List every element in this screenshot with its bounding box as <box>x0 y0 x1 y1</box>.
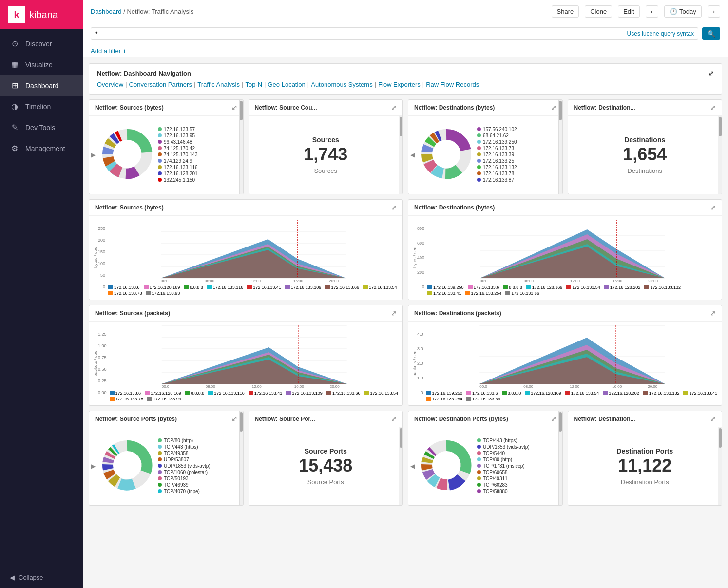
logo-area[interactable]: k kibana <box>0 0 83 29</box>
topbar-actions: Share Clone Edit ‹ 🕐 Today › <box>552 5 720 18</box>
panel-title-text: Netflow: Destinations (packets) <box>414 310 501 317</box>
panel-title-text: Netflow: Sources (bytes) <box>95 204 164 211</box>
sources-bytes-area-panel: Netflow: Sources (bytes) ⤢ bytes / sec 2… <box>89 199 403 300</box>
nav-link-autonomous[interactable]: Autonomous Systems <box>311 81 372 88</box>
expand-icon[interactable]: ⤢ <box>551 415 556 423</box>
expand-icon[interactable]: ⤢ <box>710 104 716 112</box>
expand-icon[interactable]: ⤢ <box>710 309 716 317</box>
y-ticks: 4.03.02.01.00 <box>417 332 423 395</box>
expand-icon[interactable]: ⤢ <box>231 415 237 423</box>
sidebar-item-visualize[interactable]: ▦ Visualize <box>0 54 83 75</box>
scroll-indicator[interactable] <box>239 100 243 194</box>
nav-panel-title: Netflow: Dashboard Navigation <box>97 70 191 77</box>
collapse-button[interactable]: ◀ Collapse <box>0 567 83 588</box>
scroll-indicator[interactable] <box>558 411 562 505</box>
donut-chart <box>100 127 154 183</box>
row2-grid: Netflow: Sources (bytes) ⤢ bytes / sec 2… <box>89 199 722 300</box>
nav-link-raw[interactable]: Raw Flow Records <box>426 81 479 88</box>
chart-legend: 172.16.139.250 172.16.133.6 8.8.8.8 172.… <box>427 285 718 296</box>
svg-text:16:00: 16:00 <box>613 279 623 283</box>
scroll-indicator[interactable] <box>399 427 402 505</box>
nav-left-icon[interactable]: ◀ <box>410 463 415 470</box>
donut-legend: TCP/443 (https) UDP/1853 (vids-avtp) TCP… <box>477 438 560 495</box>
svg-text:00:0: 00:0 <box>480 279 488 283</box>
panel-header: Netflow: Sources (bytes) ⤢ <box>89 200 402 216</box>
nav-link-geo[interactable]: Geo Location <box>268 81 305 88</box>
visualize-icon: ▦ <box>10 60 19 69</box>
share-button[interactable]: Share <box>552 5 579 18</box>
expand-icon[interactable]: ⤢ <box>231 104 237 112</box>
panel-title-text: Netflow: Source Cou... <box>255 104 317 111</box>
nav-link-topn[interactable]: Top-N <box>245 81 262 88</box>
expand-icon[interactable]: ⤢ <box>391 204 397 211</box>
nav-link-traffic[interactable]: Traffic Analysis <box>197 81 240 88</box>
area-chart-body: packets / sec 4.03.02.01.00 <box>408 322 722 405</box>
searchbar: Uses lucene query syntax 🔍 <box>83 23 728 44</box>
search-button[interactable]: 🔍 <box>702 27 720 40</box>
chevron-left-icon: ◀ <box>10 574 15 581</box>
edit-button[interactable]: Edit <box>618 5 639 18</box>
sidebar-item-discover[interactable]: ⊙ Discover <box>0 33 83 54</box>
clone-button[interactable]: Clone <box>585 5 612 18</box>
scroll-indicator[interactable] <box>239 411 243 505</box>
today-button[interactable]: 🕐 Today <box>664 5 702 18</box>
sidebar-item-management[interactable]: ⚙ Management <box>0 138 83 159</box>
panel-title: Netflow: Dashboard Navigation ⤢ <box>97 70 714 77</box>
nav-right-icon[interactable]: ▶ <box>91 152 96 158</box>
kibana-wordmark: kibana <box>29 9 58 20</box>
panel-header: Netflow: Destination Ports (bytes) ⤢ <box>408 411 562 427</box>
sidebar-item-label: Visualize <box>25 61 53 69</box>
nav-left-icon[interactable]: ◀ <box>410 152 415 158</box>
breadcrumb-link[interactable]: Dashboard <box>91 8 122 15</box>
search-input-wrap[interactable]: Uses lucene query syntax <box>91 27 698 40</box>
sidebar-item-timelion[interactable]: ◑ Timelion <box>0 96 83 117</box>
breadcrumb: Dashboard / Netflow: Traffic Analysis <box>91 8 194 15</box>
nav-link-overview[interactable]: Overview <box>97 81 123 88</box>
nav-link-conversation[interactable]: Conversation Partners <box>129 81 192 88</box>
svg-text:16:00: 16:00 <box>293 279 304 283</box>
expand-icon[interactable]: ⤢ <box>710 415 716 423</box>
source-ports-metric-panel: Netflow: Source Por... ⤢ Source Ports 15… <box>249 411 403 506</box>
sidebar-item-devtools[interactable]: ✎ Dev Tools <box>0 117 83 138</box>
y-ticks: 250200150100500 <box>98 226 105 289</box>
metric-sublabel: Source Ports <box>307 478 344 486</box>
next-time-button[interactable]: › <box>708 5 720 18</box>
panel-header: Netflow: Source Ports (bytes) ⤢ <box>89 411 243 427</box>
separator: | <box>125 81 127 88</box>
y-axis-label: packets / sec <box>412 351 417 377</box>
svg-text:12:00: 12:00 <box>251 279 261 283</box>
row3-grid: Netflow: Sources (packets) ⤢ packets / s… <box>89 305 722 406</box>
prev-time-button[interactable]: ‹ <box>646 5 658 18</box>
expand-icon[interactable]: ⤢ <box>709 70 714 77</box>
lucene-hint: Uses lucene query syntax <box>627 30 694 37</box>
destinations-packets-area-panel: Netflow: Destinations (packets) ⤢ packet… <box>408 305 722 406</box>
svg-text:00:0: 00:0 <box>479 384 487 389</box>
expand-icon[interactable]: ⤢ <box>551 104 556 112</box>
metric-sublabel: Destinations <box>627 167 662 174</box>
sidebar-item-label: Management <box>25 145 65 152</box>
expand-icon[interactable]: ⤢ <box>710 204 716 211</box>
expand-icon[interactable]: ⤢ <box>391 104 397 112</box>
expand-icon[interactable]: ⤢ <box>391 309 397 317</box>
scroll-indicator[interactable] <box>718 427 722 505</box>
metric-value: 1,743 <box>304 146 347 163</box>
nav-link-exporters[interactable]: Flow Exporters <box>378 81 421 88</box>
collapse-label: Collapse <box>19 574 43 581</box>
sidebar-item-label: Dashboard <box>25 82 59 90</box>
add-filter-link[interactable]: Add a filter + <box>91 47 126 55</box>
metric-value: 15,438 <box>299 457 352 474</box>
sidebar: k kibana ⊙ Discover ▦ Visualize ⊞ Dashbo… <box>0 0 83 588</box>
area-chart-body: bytes / sec 250200150100500 <box>89 216 402 300</box>
scroll-indicator[interactable] <box>558 100 562 194</box>
sidebar-item-dashboard[interactable]: ⊞ Dashboard <box>0 75 83 96</box>
chart-legend: 172.16.133.6 172.16.128.169 8.8.8.8 172.… <box>110 391 399 401</box>
separator: | <box>422 81 424 88</box>
search-input[interactable] <box>95 30 627 38</box>
nav-right-icon[interactable]: ▶ <box>91 463 96 470</box>
svg-point-3 <box>433 140 460 168</box>
scroll-indicator[interactable] <box>399 116 402 194</box>
scroll-indicator[interactable] <box>718 116 722 194</box>
donut-legend: 172.16.133.57 172.16.133.95 96.43.146.48… <box>158 127 241 184</box>
expand-icon[interactable]: ⤢ <box>391 415 397 423</box>
page-title: Netflow: Traffic Analysis <box>127 8 193 15</box>
